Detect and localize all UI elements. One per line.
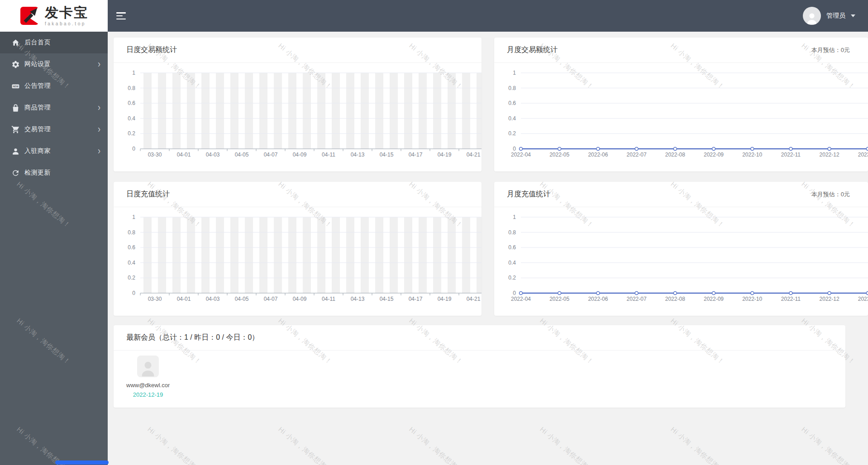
svg-text:04-11: 04-11 bbox=[322, 296, 335, 302]
panel-monthly-trade: 月度交易额统计 本月预估：0元 00.20.40.60.812022-04202… bbox=[494, 38, 868, 171]
svg-text:04-17: 04-17 bbox=[409, 152, 423, 158]
svg-text:0.6: 0.6 bbox=[508, 100, 516, 106]
panel-latest-members: 最新会员（总计：1 / 昨日：0 / 今日：0） www@dkewl.com20… bbox=[114, 325, 845, 408]
sidebar-item[interactable]: NEW公告管理 bbox=[0, 75, 108, 97]
svg-text:0.2: 0.2 bbox=[508, 130, 516, 137]
sidebar-item[interactable]: 检测更新 bbox=[0, 162, 108, 184]
svg-text:04-01: 04-01 bbox=[177, 152, 191, 158]
svg-text:0.6: 0.6 bbox=[128, 244, 135, 251]
svg-text:2022-09: 2022-09 bbox=[704, 296, 724, 302]
svg-text:04-07: 04-07 bbox=[264, 296, 278, 302]
svg-text:2022-05: 2022-05 bbox=[549, 152, 569, 158]
svg-text:04-19: 04-19 bbox=[438, 152, 452, 158]
members-list: www@dkewl.com2022-12-19 bbox=[126, 356, 170, 398]
cart-icon bbox=[11, 125, 20, 134]
svg-text:04-15: 04-15 bbox=[380, 296, 394, 302]
svg-text:0.8: 0.8 bbox=[508, 85, 516, 91]
svg-text:04-15: 04-15 bbox=[380, 152, 394, 158]
svg-text:0.6: 0.6 bbox=[508, 244, 516, 251]
month-estimate-label: 本月预估：0元 bbox=[811, 182, 850, 207]
svg-text:04-01: 04-01 bbox=[177, 296, 191, 302]
sidebar-item-label: 检测更新 bbox=[24, 169, 100, 177]
svg-text:0: 0 bbox=[513, 146, 516, 152]
daily-trade-chart: 00.20.40.60.8103-3004-0104-0304-0504-070… bbox=[114, 62, 482, 171]
svg-text:2022-04: 2022-04 bbox=[511, 152, 531, 158]
svg-text:04-03: 04-03 bbox=[206, 152, 220, 158]
panel-title: 月度充值统计 bbox=[507, 190, 550, 199]
sidebar-item-label: 后台首页 bbox=[24, 38, 100, 47]
svg-text:2022-07: 2022-07 bbox=[627, 152, 647, 158]
svg-text:2022-10: 2022-10 bbox=[742, 152, 762, 158]
svg-text:1: 1 bbox=[513, 214, 516, 220]
chevron-down-icon bbox=[851, 14, 855, 17]
svg-text:0.8: 0.8 bbox=[128, 85, 135, 91]
top-bar: 发卡宝 fakabao.top 管理员 bbox=[0, 0, 868, 32]
svg-text:2022-06: 2022-06 bbox=[588, 296, 608, 302]
svg-text:0.4: 0.4 bbox=[128, 115, 135, 122]
sidebar-nav: 后台首页网站设置›NEW公告管理商品管理›交易管理›入驻商家›检测更新 bbox=[0, 32, 108, 465]
member-email: www@dkewl.com bbox=[126, 382, 170, 389]
svg-text:2022-12: 2022-12 bbox=[820, 152, 839, 158]
sidebar-item[interactable]: 网站设置› bbox=[0, 53, 108, 75]
user-avatar[interactable] bbox=[803, 7, 821, 25]
monthly-trade-chart: 00.20.40.60.812022-042022-052022-062022-… bbox=[494, 62, 868, 171]
chevron-right-icon: › bbox=[98, 124, 100, 134]
brand-logo-icon bbox=[19, 6, 40, 26]
svg-text:04-13: 04-13 bbox=[351, 296, 365, 302]
logo: 发卡宝 fakabao.top bbox=[0, 0, 108, 32]
update-icon bbox=[11, 168, 20, 177]
svg-text:04-19: 04-19 bbox=[438, 296, 452, 302]
svg-text:0.8: 0.8 bbox=[128, 229, 135, 236]
member-register-date: 2022-12-19 bbox=[133, 391, 163, 398]
sidebar-item-label: 交易管理 bbox=[24, 125, 98, 133]
svg-text:2023-01: 2023-01 bbox=[858, 296, 868, 302]
sidebar-item[interactable]: 入驻商家› bbox=[0, 140, 108, 162]
sidebar-item[interactable]: 商品管理› bbox=[0, 97, 108, 119]
user-menu[interactable]: 管理员 bbox=[803, 7, 855, 25]
svg-text:03-30: 03-30 bbox=[148, 152, 162, 158]
person-icon bbox=[139, 359, 157, 377]
svg-text:04-05: 04-05 bbox=[235, 296, 249, 302]
panel-monthly-recharge: 月度充值统计 本月预估：0元 00.20.40.60.812022-042022… bbox=[494, 182, 868, 316]
svg-text:2022-10: 2022-10 bbox=[742, 296, 762, 302]
svg-text:0.4: 0.4 bbox=[508, 115, 516, 122]
svg-text:0: 0 bbox=[132, 146, 135, 152]
svg-text:0: 0 bbox=[132, 290, 135, 296]
daily-recharge-chart: 00.20.40.60.8103-3004-0104-0304-0504-070… bbox=[114, 207, 482, 316]
member-item[interactable]: www@dkewl.com2022-12-19 bbox=[126, 356, 170, 398]
svg-text:04-13: 04-13 bbox=[351, 152, 365, 158]
svg-text:04-21: 04-21 bbox=[467, 152, 481, 158]
sidebar-item[interactable]: 交易管理› bbox=[0, 119, 108, 140]
hamburger-menu-icon[interactable] bbox=[116, 12, 126, 19]
svg-text:NEW: NEW bbox=[13, 85, 18, 87]
svg-text:2022-08: 2022-08 bbox=[665, 296, 685, 302]
sidebar-item-label: 商品管理 bbox=[24, 104, 98, 112]
merchant-icon bbox=[11, 147, 20, 156]
svg-text:2022-06: 2022-06 bbox=[588, 152, 608, 158]
svg-text:04-09: 04-09 bbox=[293, 152, 307, 158]
svg-text:04-03: 04-03 bbox=[206, 296, 220, 302]
svg-text:04-07: 04-07 bbox=[264, 152, 278, 158]
svg-text:2022-11: 2022-11 bbox=[781, 152, 801, 158]
chevron-right-icon: › bbox=[98, 146, 100, 156]
brand-name: 发卡宝 bbox=[45, 6, 88, 19]
svg-text:0.8: 0.8 bbox=[508, 229, 516, 236]
horizontal-scrollbar-thumb[interactable] bbox=[55, 460, 109, 465]
panel-title: 日度充值统计 bbox=[126, 190, 170, 199]
person-icon bbox=[805, 11, 819, 25]
svg-text:1: 1 bbox=[513, 70, 516, 76]
panel-daily-recharge: 日度充值统计 00.20.40.60.8103-3004-0104-0304-0… bbox=[114, 182, 482, 316]
user-name: 管理员 bbox=[826, 12, 845, 20]
announcement-icon: NEW bbox=[11, 81, 20, 90]
svg-text:2022-04: 2022-04 bbox=[511, 296, 531, 302]
sidebar-item-label: 入驻商家 bbox=[24, 147, 98, 155]
month-estimate-label: 本月预估：0元 bbox=[811, 38, 850, 62]
chevron-right-icon: › bbox=[98, 59, 100, 69]
brand-domain: fakabao.top bbox=[45, 22, 88, 26]
chevron-right-icon: › bbox=[98, 103, 100, 113]
svg-text:0.2: 0.2 bbox=[128, 130, 135, 137]
svg-text:04-17: 04-17 bbox=[409, 296, 423, 302]
svg-text:2022-05: 2022-05 bbox=[549, 296, 569, 302]
svg-text:0.2: 0.2 bbox=[128, 275, 135, 281]
sidebar-item[interactable]: 后台首页 bbox=[0, 32, 108, 53]
